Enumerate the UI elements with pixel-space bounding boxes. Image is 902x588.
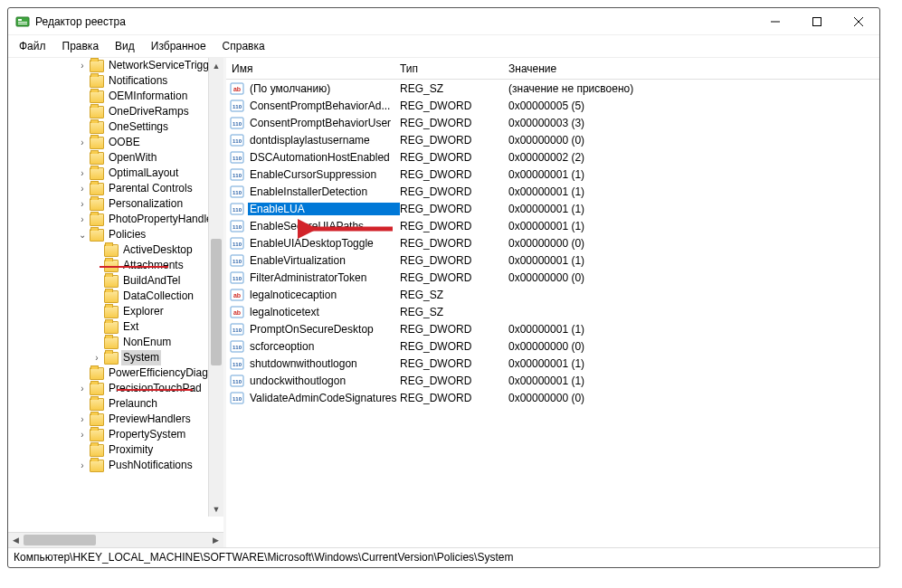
- tree-node[interactable]: ›PushNotifications: [8, 458, 223, 473]
- tree-node[interactable]: Notifications: [8, 73, 223, 89]
- chevron-right-icon[interactable]: ›: [75, 458, 90, 473]
- menu-file[interactable]: Файл: [12, 37, 53, 55]
- column-header-value[interactable]: Значение: [508, 62, 879, 75]
- tree-node[interactable]: ›NetworkServiceTrigge: [8, 58, 223, 73]
- value-row[interactable]: ablegalnoticecaptionREG_SZ: [226, 286, 879, 303]
- tree-node[interactable]: DataCollection: [8, 289, 223, 304]
- value-name: ConsentPromptBehaviorUser: [248, 117, 400, 129]
- tree-node[interactable]: Proximity: [8, 442, 223, 458]
- value-row[interactable]: 110undockwithoutlogonREG_DWORD0x00000001…: [226, 372, 879, 389]
- value-row[interactable]: 110shutdownwithoutlogonREG_DWORD0x000000…: [226, 355, 879, 372]
- menu-edit[interactable]: Правка: [55, 37, 107, 55]
- value-type: REG_DWORD: [400, 168, 508, 181]
- value-row[interactable]: 110EnableLUAREG_DWORD0x00000001 (1): [226, 200, 879, 217]
- scroll-thumb[interactable]: [24, 535, 96, 545]
- svg-rect-1: [18, 19, 22, 21]
- value-row[interactable]: 110EnableCursorSuppressionREG_DWORD0x000…: [226, 166, 879, 183]
- tree-node[interactable]: OneDriveRamps: [8, 104, 223, 119]
- reg-binary-icon: 110: [230, 219, 244, 233]
- tree-node[interactable]: PowerEfficiencyDiagn: [8, 365, 223, 381]
- scroll-left-icon[interactable]: ◀: [8, 533, 24, 547]
- tree-node[interactable]: Ext: [8, 319, 223, 335]
- tree-node[interactable]: ›OOBE: [8, 135, 223, 150]
- chevron-right-icon[interactable]: ›: [75, 427, 90, 442]
- tree-node[interactable]: ›OptimalLayout: [8, 166, 223, 181]
- list-rows: ab(По умолчанию)REG_SZ(значение не присв…: [226, 80, 879, 406]
- menu-view[interactable]: Вид: [108, 37, 142, 55]
- tree-node[interactable]: OpenWith: [8, 150, 223, 166]
- value-row[interactable]: 110EnableVirtualizationREG_DWORD0x000000…: [226, 251, 879, 269]
- scroll-up-icon[interactable]: ▲: [209, 58, 223, 73]
- value-row[interactable]: 110dontdisplaylastusernameREG_DWORD0x000…: [226, 131, 879, 148]
- tree-node[interactable]: Prelaunch: [8, 396, 223, 412]
- value-name: dontdisplaylastusername: [248, 134, 400, 147]
- folder-icon: [90, 460, 104, 472]
- value-row[interactable]: 110DSCAutomationHostEnabledREG_DWORD0x00…: [226, 148, 879, 166]
- column-header-name[interactable]: Имя: [226, 62, 400, 75]
- tree-node[interactable]: ›Personalization: [8, 196, 223, 212]
- chevron-right-icon[interactable]: ›: [75, 135, 90, 150]
- value-row[interactable]: 110ValidateAdminCodeSignaturesREG_DWORD0…: [226, 389, 879, 406]
- tree-node-label: PropertySystem: [107, 427, 187, 442]
- value-row[interactable]: 110scforceoptionREG_DWORD0x00000000 (0): [226, 337, 879, 355]
- folder-icon: [104, 352, 119, 365]
- list-header[interactable]: Имя Тип Значение: [226, 58, 879, 80]
- folder-icon: [90, 444, 104, 457]
- menu-help[interactable]: Справка: [215, 37, 272, 55]
- maximize-button[interactable]: [796, 8, 838, 35]
- scroll-thumb[interactable]: [211, 239, 222, 365]
- value-row[interactable]: 110ConsentPromptBehaviorUserREG_DWORD0x0…: [226, 114, 879, 131]
- svg-text:110: 110: [233, 173, 242, 178]
- value-row[interactable]: ablegalnoticetextREG_SZ: [226, 303, 879, 320]
- chevron-down-icon[interactable]: ⌄: [75, 227, 90, 242]
- value-row[interactable]: ab(По умолчанию)REG_SZ(значение не присв…: [226, 80, 879, 97]
- tree-node[interactable]: NonEnum: [8, 335, 223, 350]
- tree-node-label: Policies: [107, 227, 147, 242]
- value-row[interactable]: 110PromptOnSecureDesktopREG_DWORD0x00000…: [226, 320, 879, 337]
- tree-scrollbar-horizontal[interactable]: ◀ ▶: [8, 532, 223, 547]
- chevron-right-icon[interactable]: ›: [75, 166, 90, 181]
- scroll-right-icon[interactable]: ▶: [208, 533, 223, 547]
- chevron-right-icon[interactable]: ›: [75, 181, 90, 196]
- folder-icon: [90, 75, 104, 88]
- chevron-right-icon[interactable]: ›: [75, 412, 90, 427]
- chevron-right-icon[interactable]: ›: [75, 381, 90, 396]
- value-row[interactable]: 110FilterAdministratorTokenREG_DWORD0x00…: [226, 269, 879, 286]
- chevron-right-icon[interactable]: ›: [75, 58, 90, 73]
- tree-node[interactable]: ActiveDesktop: [8, 242, 223, 258]
- column-header-type[interactable]: Тип: [400, 62, 508, 75]
- chevron-right-icon[interactable]: ›: [75, 212, 90, 227]
- tree-node[interactable]: ›System: [8, 350, 223, 365]
- tree-node-label: OEMInformation: [107, 89, 189, 104]
- tree-node[interactable]: BuildAndTel: [8, 273, 223, 289]
- tree-node[interactable]: Explorer: [8, 304, 223, 319]
- tree-node[interactable]: ›PreviewHandlers: [8, 412, 223, 427]
- value-row[interactable]: 110EnableSecureUIAPathsREG_DWORD0x000000…: [226, 217, 879, 234]
- value-row[interactable]: 110EnableInstallerDetectionREG_DWORD0x00…: [226, 183, 879, 200]
- svg-text:110: 110: [233, 396, 242, 402]
- folder-icon: [90, 152, 104, 165]
- tree-node[interactable]: ⌄Policies: [8, 227, 223, 242]
- tree-node[interactable]: ›PhotoPropertyHandle: [8, 212, 223, 227]
- scroll-down-icon[interactable]: ▼: [209, 501, 223, 517]
- chevron-right-icon[interactable]: ›: [90, 350, 104, 365]
- folder-icon: [104, 290, 119, 303]
- menu-favorites[interactable]: Избранное: [144, 37, 214, 55]
- value-row[interactable]: 110ConsentPromptBehaviorAd...REG_DWORD0x…: [226, 97, 879, 114]
- close-button[interactable]: [838, 8, 879, 35]
- tree-node[interactable]: ›PropertySystem: [8, 427, 223, 442]
- value-type: REG_DWORD: [400, 220, 508, 232]
- tree-node[interactable]: ›Parental Controls: [8, 181, 223, 196]
- value-data: 0x00000000 (0): [508, 134, 879, 147]
- tree-node[interactable]: OEMInformation: [8, 89, 223, 104]
- chevron-right-icon[interactable]: ›: [75, 196, 90, 212]
- tree-node-label: Explorer: [121, 304, 166, 319]
- titlebar[interactable]: Редактор реестра: [8, 8, 879, 35]
- folder-icon: [90, 383, 104, 395]
- tree[interactable]: ›NetworkServiceTriggeNotificationsOEMInf…: [8, 58, 223, 532]
- value-data: 0x00000000 (0): [508, 271, 879, 284]
- tree-node[interactable]: OneSettings: [8, 119, 223, 135]
- value-row[interactable]: 110EnableUIADesktopToggleREG_DWORD0x0000…: [226, 234, 879, 251]
- minimize-button[interactable]: [755, 8, 796, 35]
- tree-scrollbar-vertical[interactable]: ▲ ▼: [208, 58, 223, 517]
